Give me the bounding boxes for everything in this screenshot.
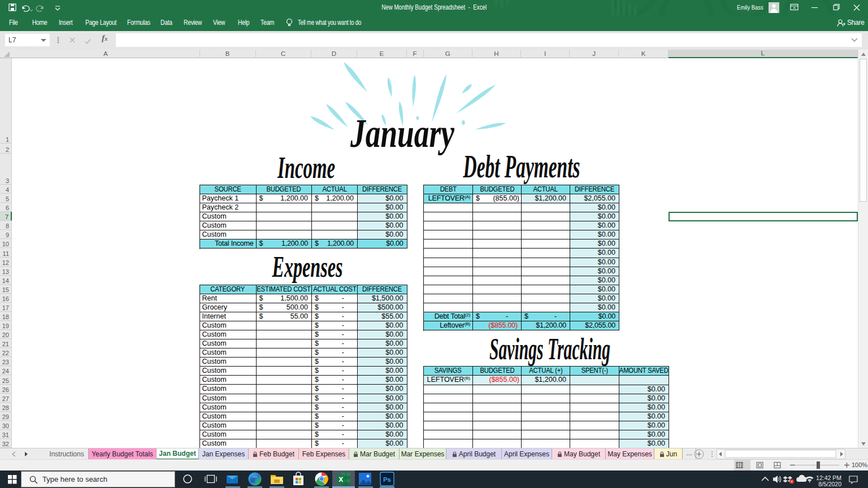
svg-text:Ps: Ps [383,476,391,483]
